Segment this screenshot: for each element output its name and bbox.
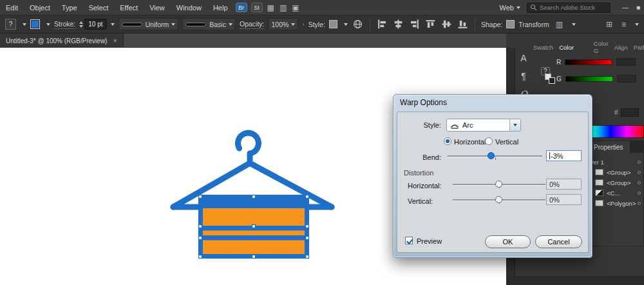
green-slider[interactable]: [565, 76, 613, 82]
menu-edit[interactable]: Edit: [0, 4, 24, 12]
graphic-style-swatch[interactable]: [329, 20, 337, 28]
workspace-switcher[interactable]: Web: [500, 4, 520, 12]
vertical-radio[interactable]: [485, 137, 493, 145]
warp-style-dropdown[interactable]: Arc: [446, 119, 521, 132]
transform-link[interactable]: Transform: [518, 21, 549, 28]
document-title: Untitled-3* @ 100% (RGB/Preview): [6, 37, 107, 44]
green-value-field[interactable]: [617, 75, 636, 83]
align-left-icon[interactable]: [377, 19, 387, 29]
stepper-arrows[interactable]: [79, 21, 83, 28]
gpu-performance-icon[interactable]: ▣: [292, 3, 299, 12]
stroke-profile-preview-icon: [122, 23, 142, 26]
stroke-proxy-swatch[interactable]: [549, 77, 555, 84]
maximize-button[interactable]: ■: [636, 4, 640, 11]
no-selection-indicator[interactable]: ?: [5, 19, 16, 30]
cancel-button[interactable]: Cancel: [535, 235, 582, 248]
tab-swatches[interactable]: Swatch: [533, 44, 553, 51]
target-circle-icon[interactable]: [638, 202, 641, 205]
distortion-vertical-input[interactable]: 0%: [546, 194, 582, 205]
stroke-weight-stepper[interactable]: 10 pt: [79, 19, 114, 30]
dropdown-arrow-button[interactable]: [509, 119, 520, 131]
panel-options-icon[interactable]: ≡: [621, 20, 626, 29]
red-value-field[interactable]: [616, 58, 636, 66]
vertical-radio-label[interactable]: Vertical: [495, 138, 518, 146]
bend-input[interactable]: -3%: [546, 150, 582, 161]
menu-select[interactable]: Select: [83, 4, 115, 12]
layer-thumbnail[interactable]: [595, 179, 603, 186]
chevron-down-icon[interactable]: [111, 23, 115, 26]
bend-slider-thumb[interactable]: [488, 152, 495, 159]
distortion-horizontal-slider[interactable]: [453, 179, 545, 190]
menu-effect[interactable]: Effect: [114, 4, 144, 12]
distortion-vertical-thumb[interactable]: [495, 196, 502, 203]
layer-thumbnail[interactable]: [595, 200, 603, 206]
preview-label[interactable]: Preview: [417, 237, 442, 245]
distortion-vertical-label: Vertical:: [408, 197, 433, 205]
dialog-title[interactable]: Warp Options: [393, 95, 592, 111]
document-layout-icon[interactable]: ▥: [279, 3, 287, 12]
align-right-icon[interactable]: [410, 19, 419, 29]
align-center-horizontal-icon[interactable]: [393, 19, 403, 29]
minimize-button[interactable]: —: [622, 4, 629, 11]
distortion-horizontal-label: Horizontal:: [408, 182, 442, 190]
opacity-label[interactable]: Opacity:: [240, 20, 265, 29]
close-tab-icon[interactable]: ×: [113, 37, 117, 44]
align-middle-vertical-icon[interactable]: [442, 19, 451, 29]
tab-pathfinder[interactable]: Pathfin: [634, 44, 644, 51]
tab-align[interactable]: Align: [614, 44, 628, 51]
menu-view[interactable]: View: [144, 4, 171, 12]
search-placeholder: Search Adobe Stock: [540, 4, 595, 11]
menu-window[interactable]: Window: [171, 4, 207, 12]
chevron-down-icon[interactable]: [572, 23, 576, 26]
dock-bottom-strip: [506, 276, 644, 285]
target-circle-icon[interactable]: [638, 192, 641, 195]
chevron-down-icon[interactable]: [344, 23, 348, 26]
layer-thumbnail[interactable]: [595, 169, 603, 175]
search-input[interactable]: Search Adobe Stock: [527, 3, 611, 13]
distortion-horizontal-thumb[interactable]: [495, 181, 502, 188]
chevron-down-icon[interactable]: [23, 23, 26, 26]
bridge-button[interactable]: Br: [236, 3, 247, 12]
character-panel-icon[interactable]: A: [516, 53, 531, 66]
menu-object[interactable]: Object: [24, 4, 56, 12]
bend-slider[interactable]: [448, 150, 542, 162]
target-circle-icon[interactable]: [638, 161, 641, 164]
chevron-down-icon[interactable]: [46, 23, 50, 26]
layer-thumbnail[interactable]: [595, 190, 603, 196]
menu-help[interactable]: Help: [207, 4, 234, 12]
align-top-icon[interactable]: [426, 19, 435, 29]
isolate-selection-icon[interactable]: ▥: [556, 20, 563, 29]
hex-input[interactable]: [621, 108, 639, 117]
brush-dropdown[interactable]: Basic: [182, 18, 236, 30]
application-grid-icon[interactable]: ⊞: [606, 20, 612, 29]
horizontal-radio-label[interactable]: Horizontal: [454, 138, 486, 146]
target-circle-icon[interactable]: [638, 181, 641, 184]
align-bottom-icon[interactable]: [458, 19, 468, 29]
stroke-label[interactable]: Stroke:: [54, 20, 75, 29]
stock-button[interactable]: St: [251, 3, 263, 12]
tab-color[interactable]: Color: [559, 44, 574, 51]
width-profile-dropdown[interactable]: Uniform: [118, 18, 179, 30]
paragraph-panel-icon[interactable]: ¶: [516, 71, 531, 84]
bend-label: Bend:: [397, 153, 441, 161]
document-tab[interactable]: Untitled-3* @ 100% (RGB/Preview) ×: [0, 34, 124, 48]
ok-button[interactable]: OK: [485, 235, 531, 248]
fill-color-swatch[interactable]: [30, 19, 40, 29]
horizontal-radio[interactable]: [444, 137, 451, 145]
red-slider[interactable]: [565, 59, 612, 65]
tab-color-guide[interactable]: Color G: [594, 40, 609, 54]
chevron-down-icon[interactable]: [635, 23, 639, 26]
style-label: Style:: [397, 121, 441, 129]
distortion-horizontal-input[interactable]: 0%: [546, 179, 582, 190]
distortion-vertical-slider[interactable]: [453, 194, 545, 206]
document-setup-globe-icon[interactable]: [353, 19, 363, 29]
expand-arrow-icon[interactable]: ›: [302, 21, 304, 28]
opacity-dropdown[interactable]: 100%: [268, 18, 298, 30]
preview-checkbox[interactable]: [405, 237, 413, 244]
shape-properties-icon[interactable]: [506, 20, 515, 28]
stroke-weight-field[interactable]: 10 pt: [84, 19, 106, 30]
target-circle-icon[interactable]: [638, 171, 641, 174]
arrange-documents-icon[interactable]: ▦: [267, 3, 274, 12]
tab-properties[interactable]: Properties: [587, 141, 630, 153]
menu-type[interactable]: Type: [56, 4, 83, 12]
